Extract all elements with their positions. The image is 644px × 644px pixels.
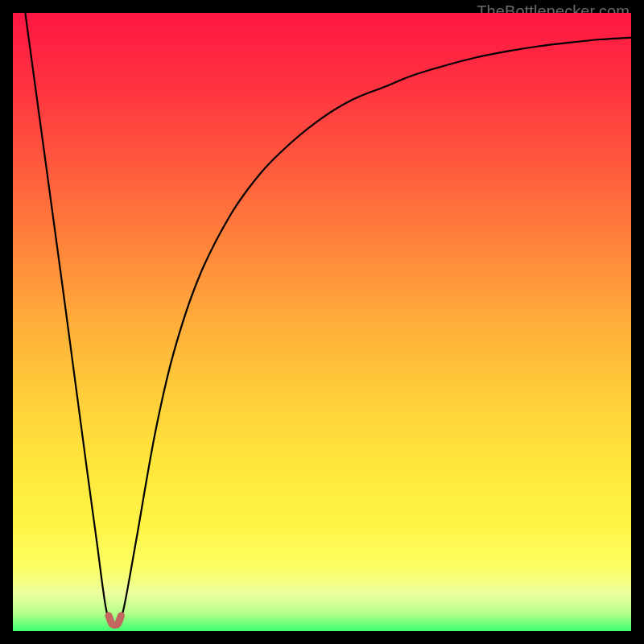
bottleneck-curve-path [25,13,631,627]
chart-curve [13,13,631,631]
chart-container: TheBottlenecker.com [13,13,631,631]
marker-segment-path [109,616,121,625]
